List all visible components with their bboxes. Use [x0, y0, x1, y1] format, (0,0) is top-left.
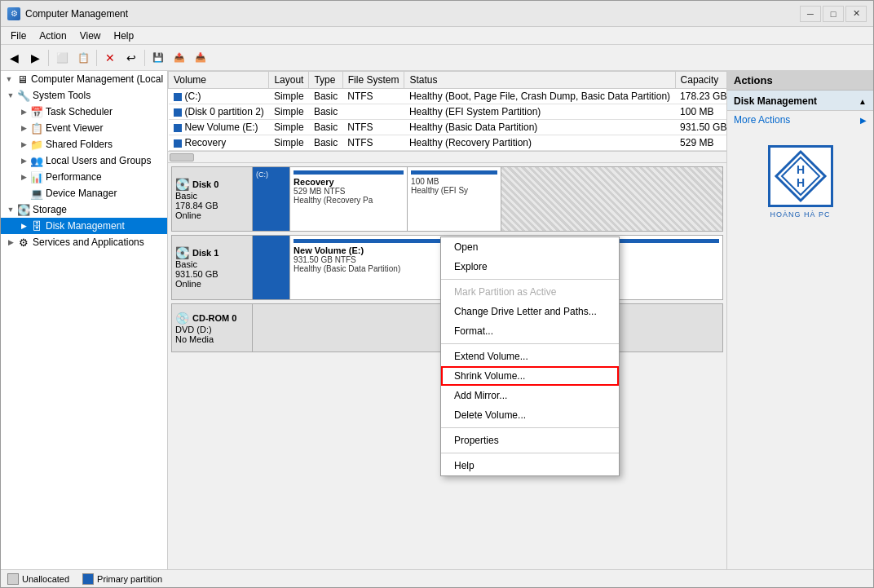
task-scheduler-expand-icon[interactable]: ▶ [17, 105, 30, 118]
vol-type: Basic [309, 89, 342, 104]
menu-file[interactable]: File [4, 29, 33, 43]
tree-event-viewer[interactable]: ▶ 📋 Event Viewer [1, 120, 167, 136]
ctx-delete[interactable]: Delete Volume... [441, 405, 619, 425]
toolbar-sep3 [144, 50, 145, 66]
ctx-shrink[interactable]: Shrink Volume... [441, 366, 619, 386]
ctx-sep4 [441, 453, 619, 453]
tree-storage-label: Storage [33, 204, 67, 215]
services-expand-icon[interactable]: ▶ [4, 236, 17, 249]
system-tools-expand-icon[interactable]: ▼ [4, 89, 17, 102]
title-bar: ⚙ Computer Management ─ □ ✕ [1, 1, 873, 27]
toolbar-properties[interactable]: 📋 [73, 48, 93, 68]
table-row[interactable]: (C:) Simple Basic NTFS Healthy (Boot, Pa… [169, 89, 727, 104]
toolbar: ◀ ▶ ⬜ 📋 ✕ ↩ 💾 📤 📥 [1, 45, 873, 71]
ctx-properties[interactable]: Properties [441, 431, 619, 450]
table-row[interactable]: New Volume (E:) Simple Basic NTFS Health… [169, 120, 727, 135]
toolbar-save[interactable]: 💾 [148, 48, 168, 68]
ctx-extend[interactable]: Extend Volume... [441, 347, 619, 366]
toolbar-sep1 [48, 50, 49, 66]
h-scrollbar[interactable] [168, 152, 726, 163]
vol-type: Basic [309, 104, 342, 120]
disk0-recovery-size: 529 MB NTFS [294, 187, 404, 196]
toolbar-undo[interactable]: ↩ [121, 48, 141, 68]
actions-section-label: Disk Management [734, 95, 817, 107]
toolbar-import[interactable]: 📥 [191, 48, 210, 68]
disk0-recovery-status: Healthy (Recovery Pa [294, 196, 404, 205]
volume-table-area: Volume Layout Type File System Status Ca… [168, 71, 726, 152]
minimize-button[interactable]: ─ [800, 6, 821, 22]
storage-expand-icon[interactable]: ▼ [4, 203, 17, 216]
root-expand-icon[interactable]: ▼ [2, 73, 15, 86]
legend-primary-box [82, 573, 94, 585]
more-actions-label: More Actions [734, 114, 790, 126]
ctx-help[interactable]: Help [441, 456, 619, 475]
device-manager-icon: 💻 [30, 187, 43, 200]
shared-folders-expand-icon[interactable]: ▶ [17, 138, 30, 151]
svg-text:H: H [796, 163, 804, 176]
tree-performance[interactable]: ▶ 📊 Performance [1, 169, 167, 185]
table-row[interactable]: Recovery Simple Basic NTFS Healthy (Reco… [169, 135, 727, 151]
legend-unalloc-label: Unallocated [22, 574, 69, 584]
disk-mgmt-icon: 🗄 [30, 219, 43, 232]
col-type: Type [309, 72, 342, 89]
menu-view[interactable]: View [73, 29, 108, 43]
device-manager-expand-icon[interactable]: ▶ [17, 187, 30, 200]
tree-device-manager-label: Device Manager [46, 188, 117, 199]
close-button[interactable]: ✕ [845, 6, 867, 22]
tree-device-manager[interactable]: ▶ 💻 Device Manager [1, 185, 167, 201]
disk0-efi-size: 100 MB [411, 177, 497, 186]
performance-expand-icon[interactable]: ▶ [17, 170, 30, 183]
disk1-part1[interactable] [253, 236, 290, 299]
disk0-recovery-name: Recovery [294, 177, 404, 187]
cdrom0-name: CD-ROM 0 [192, 313, 236, 323]
vol-name: (Disk 0 partition 2) [169, 104, 269, 120]
menu-help[interactable]: Help [108, 29, 141, 43]
vol-name: New Volume (E:) [169, 120, 269, 135]
tree-disk-management-label: Disk Management [46, 220, 125, 232]
toolbar-delete[interactable]: ✕ [100, 48, 120, 68]
toolbar-export[interactable]: 📤 [170, 48, 189, 68]
event-viewer-expand-icon[interactable]: ▶ [17, 122, 30, 135]
disk0-part1[interactable]: (C:) [253, 167, 290, 231]
tree-system-tools-label: System Tools [33, 90, 90, 101]
col-layout: Layout [269, 72, 309, 89]
tree-task-scheduler[interactable]: ▶ 📅 Task Scheduler [1, 104, 167, 120]
disk0-part2[interactable]: Recovery 529 MB NTFS Healthy (Recovery P… [290, 167, 408, 231]
tree-root[interactable]: ▼ 🖥 Computer Management (Local [1, 71, 167, 87]
disk0-label: 💽 Disk 0 Basic 178.84 GB Online [171, 166, 253, 232]
toolbar-back[interactable]: ◀ [4, 48, 24, 68]
vol-capacity: 529 MB [675, 135, 726, 151]
legend-primary: Primary partition [82, 573, 162, 585]
ctx-add-mirror[interactable]: Add Mirror... [441, 386, 619, 405]
tree-local-users[interactable]: ▶ 👥 Local Users and Groups [1, 153, 167, 169]
ctx-open[interactable]: Open [441, 237, 619, 257]
ctx-explore[interactable]: Explore [441, 257, 619, 276]
tree-disk-management[interactable]: ▶ 🗄 Disk Management [1, 218, 167, 234]
maximize-button[interactable]: □ [823, 6, 844, 22]
toolbar-forward[interactable]: ▶ [25, 48, 45, 68]
ctx-format[interactable]: Format... [441, 321, 619, 341]
toolbar-show-hide[interactable]: ⬜ [52, 48, 72, 68]
tree-system-tools[interactable]: ▼ 🔧 System Tools [1, 87, 167, 104]
actions-section: Disk Management ▲ [727, 91, 873, 111]
more-actions-item[interactable]: More Actions ▶ [727, 111, 873, 129]
disk1-type: Basic [175, 259, 249, 269]
local-users-expand-icon[interactable]: ▶ [17, 154, 30, 167]
disk-mgmt-expand-icon[interactable]: ▶ [17, 219, 30, 232]
collapse-icon[interactable]: ▲ [859, 97, 867, 106]
tree-shared-folders[interactable]: ▶ 📁 Shared Folders [1, 136, 167, 153]
tree-services[interactable]: ▶ ⚙ Services and Applications [1, 234, 167, 250]
menu-action[interactable]: Action [33, 29, 73, 43]
tree-storage[interactable]: ▼ 💽 Storage [1, 201, 167, 218]
disk0-part4[interactable] [501, 167, 722, 231]
ctx-sep2 [441, 343, 619, 344]
disk0-part3[interactable]: 100 MB Healthy (EFI Sy [408, 167, 501, 231]
vol-name: Recovery [169, 135, 269, 151]
table-row[interactable]: (Disk 0 partition 2) Simple Basic Health… [169, 104, 727, 120]
tree-event-viewer-label: Event Viewer [46, 122, 103, 134]
ctx-change-drive[interactable]: Change Drive Letter and Paths... [441, 302, 619, 321]
window-title: Computer Management [25, 8, 800, 20]
local-users-icon: 👥 [30, 154, 43, 167]
vol-capacity: 178.23 GB [675, 89, 726, 104]
logo-diamond: H H [768, 145, 833, 207]
